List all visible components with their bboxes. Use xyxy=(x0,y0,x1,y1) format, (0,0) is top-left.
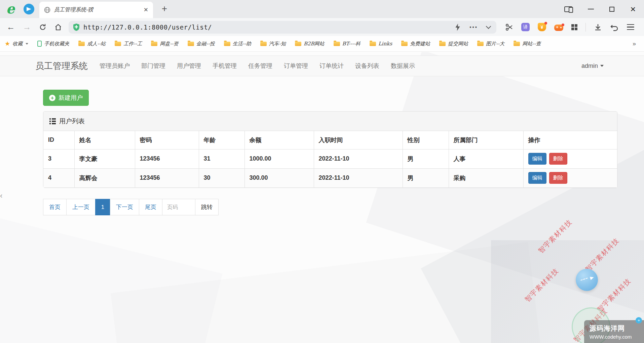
page-last-button[interactable]: 尾页 xyxy=(139,199,162,215)
nav-item-data-display[interactable]: 数据展示 xyxy=(385,55,421,76)
lightning-icon[interactable] xyxy=(455,24,461,31)
plus-circle-icon: + xyxy=(49,95,55,101)
download-icon[interactable] xyxy=(594,23,602,31)
folder-icon xyxy=(514,42,520,46)
new-tab-button[interactable]: + xyxy=(159,3,170,14)
bookmark-item[interactable]: 提交网站 xyxy=(439,41,468,47)
browser-tab[interactable]: 员工管理系统-骙 ✕ xyxy=(39,2,153,18)
nav-item-order-stats[interactable]: 订单统计 xyxy=(314,55,349,76)
bookmark-item[interactable]: 金融--投 xyxy=(188,41,215,47)
window-controls: ✕ xyxy=(564,0,644,18)
more-options-icon[interactable]: ••• xyxy=(469,24,478,30)
bookmark-item[interactable]: 手机收藏夹 xyxy=(37,41,69,47)
bookmark-item[interactable]: 图片--大 xyxy=(477,41,504,47)
forward-button[interactable]: → xyxy=(19,22,35,32)
browser-tab-bar: e 员工管理系统-骙 ✕ + ✕ xyxy=(0,0,644,18)
sidebar-collapse-arrow[interactable]: ‹ xyxy=(0,191,2,200)
web-page: 员工管理系统 管理员账户 部门管理 用户管理 手机管理 任务管理 订单管理 订单… xyxy=(0,52,644,343)
menu-icon[interactable] xyxy=(627,24,634,30)
site-watermark-badge: 源码海洋网 WWW.codehy.com + xyxy=(584,320,644,343)
app-brand[interactable]: 员工管理系统 xyxy=(35,60,88,72)
bookmark-item[interactable]: B2B网站 xyxy=(295,41,325,47)
favorites-label: 收藏 xyxy=(12,41,23,47)
app-navbar: 员工管理系统 管理员账户 部门管理 用户管理 手机管理 任务管理 订单管理 订单… xyxy=(0,55,644,76)
maximize-button[interactable] xyxy=(609,7,614,12)
watermark-text: 智宇素材科技 xyxy=(583,236,621,273)
edit-button[interactable]: 编辑 xyxy=(528,153,546,165)
page-prev-button[interactable]: 上一页 xyxy=(66,199,96,215)
scissors-icon[interactable] xyxy=(505,23,513,31)
header-gender: 性别 xyxy=(403,131,449,149)
cell-join-date: 2022-11-10 xyxy=(314,168,403,187)
nav-item-tasks[interactable]: 任务管理 xyxy=(242,55,278,76)
delete-button[interactable]: 删除 xyxy=(549,153,567,165)
browser-logo-icon[interactable]: e xyxy=(4,3,17,15)
bookmark-item[interactable]: Links xyxy=(370,41,392,47)
bookmark-item[interactable]: 成人--站 xyxy=(78,41,106,47)
tab-close-icon[interactable]: ✕ xyxy=(144,6,148,13)
back-button[interactable]: ← xyxy=(3,22,19,32)
watermark-text: 智宇素材科技 xyxy=(523,266,561,304)
bookmark-item[interactable]: 生活--助 xyxy=(224,41,251,47)
page-jump-button[interactable]: 跳转 xyxy=(195,199,219,215)
caret-down-icon xyxy=(26,43,28,45)
cell-balance: 300.00 xyxy=(244,168,314,187)
url-input[interactable]: http://127.0.0.1:8000/user/list/ xyxy=(83,24,455,31)
folder-icon xyxy=(295,42,301,46)
page-next-button[interactable]: 下一页 xyxy=(110,199,139,215)
page-first-button[interactable]: 首页 xyxy=(43,199,67,215)
page-current[interactable]: 1 xyxy=(95,199,110,215)
cell-balance: 1000.00 xyxy=(244,149,314,168)
minimize-button[interactable] xyxy=(588,9,594,9)
telegram-icon[interactable] xyxy=(24,4,34,14)
delete-button[interactable]: 删除 xyxy=(549,172,567,184)
folder-icon xyxy=(439,42,446,46)
edit-button[interactable]: 编辑 xyxy=(528,172,546,184)
header-password: 密码 xyxy=(135,131,199,149)
bookmark-item[interactable]: 网站--查 xyxy=(514,41,541,47)
undo-icon[interactable] xyxy=(610,23,619,31)
close-window-button[interactable]: ✕ xyxy=(630,6,636,13)
folder-icon xyxy=(260,42,267,46)
page-number-input[interactable] xyxy=(162,199,195,215)
header-actions: 操作 xyxy=(523,131,617,149)
nav-item-admin-accounts[interactable]: 管理员账户 xyxy=(94,55,136,76)
panel-title: 用户列表 xyxy=(59,117,85,126)
nav-item-departments[interactable]: 部门管理 xyxy=(136,55,171,76)
home-icon xyxy=(54,23,62,31)
folder-icon xyxy=(115,42,121,46)
home-button[interactable] xyxy=(50,23,66,31)
bookmark-item[interactable]: BT----科 xyxy=(334,41,361,47)
badge-expand-icon[interactable]: + xyxy=(636,317,642,324)
folder-icon xyxy=(401,42,408,46)
apps-grid-icon[interactable] xyxy=(571,24,577,30)
wallet-shield-icon[interactable]: ¥ xyxy=(538,23,546,31)
bookmark-item[interactable]: 工作--工 xyxy=(115,41,142,47)
new-user-button[interactable]: + 新建用户 xyxy=(43,90,89,106)
chevron-down-icon[interactable] xyxy=(486,24,491,29)
translate-icon[interactable]: 译 xyxy=(521,23,530,31)
favorites-button[interactable]: ★ 收藏 xyxy=(5,40,28,47)
send-to-phone-icon[interactable] xyxy=(564,6,572,12)
nav-links: 管理员账户 部门管理 用户管理 手机管理 任务管理 订单管理 订单统计 设备列表… xyxy=(94,55,421,76)
bookmark-item[interactable]: 汽车-知 xyxy=(260,41,286,47)
cell-join-date: 2022-11-10 xyxy=(314,149,403,168)
list-icon xyxy=(49,118,56,124)
url-bar[interactable]: http://127.0.0.1:8000/user/list/ ••• xyxy=(69,21,496,34)
floating-contact-button[interactable] xyxy=(576,269,598,291)
bookmarks-overflow-icon[interactable]: » xyxy=(633,40,639,47)
nav-item-phones[interactable]: 手机管理 xyxy=(207,55,242,76)
bookmark-item[interactable]: 免费建站 xyxy=(401,41,430,47)
cell-password: 123456 xyxy=(135,168,199,187)
reload-button[interactable] xyxy=(35,23,50,31)
games-icon[interactable] xyxy=(554,25,563,31)
bookmark-item[interactable]: 网盘--资 xyxy=(151,41,178,47)
cell-gender: 男 xyxy=(403,168,449,187)
nav-item-users[interactable]: 用户管理 xyxy=(171,55,207,76)
header-join-date: 入职时间 xyxy=(314,131,403,149)
panel-heading: 用户列表 xyxy=(43,112,617,131)
nav-item-orders[interactable]: 订单管理 xyxy=(278,55,314,76)
user-dropdown[interactable]: admin xyxy=(581,62,604,70)
cell-name: 高辉会 xyxy=(74,168,135,187)
nav-item-devices[interactable]: 设备列表 xyxy=(349,55,385,76)
